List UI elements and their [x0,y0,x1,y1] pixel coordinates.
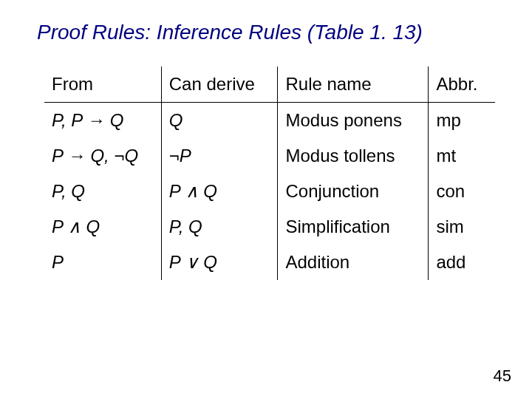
cell-name: Modus tollens [278,138,429,174]
col-header-derive: Can derive [161,66,278,103]
col-header-from: From [44,66,161,103]
cell-from: P [44,245,161,280]
cell-from: P → Q, ¬Q [44,138,161,174]
table-row: P → Q, ¬Q ¬P Modus tollens mt [44,138,495,174]
cell-derive: Q [161,103,278,139]
table-row: P ∧ Q P, Q Simplification sim [44,209,495,245]
slide-title: Proof Rules: Inference Rules (Table 1. 1… [37,21,502,44]
inference-rules-table: From Can derive Rule name Abbr. P, P → Q… [44,66,495,280]
cell-name: Simplification [278,209,429,245]
table-row: P, Q P ∧ Q Conjunction con [44,174,495,209]
cell-derive: P ∧ Q [161,174,278,209]
col-header-name: Rule name [278,66,429,103]
cell-derive: P ∨ Q [161,245,278,280]
col-header-abbr: Abbr. [429,66,495,103]
cell-derive: P, Q [161,209,278,245]
cell-name: Conjunction [278,174,429,209]
cell-from: P ∧ Q [44,209,161,245]
cell-from: P, P → Q [44,103,161,139]
cell-name: Addition [278,245,429,280]
cell-name: Modus ponens [278,103,429,139]
table-row: P P ∨ Q Addition add [44,245,495,280]
cell-abbr: add [429,245,495,280]
cell-derive: ¬P [161,138,278,174]
table-row: P, P → Q Q Modus ponens mp [44,103,495,139]
slide: Proof Rules: Inference Rules (Table 1. 1… [0,0,532,399]
cell-abbr: sim [429,209,495,245]
page-number: 45 [494,366,511,386]
table-header-row: From Can derive Rule name Abbr. [44,66,495,103]
cell-abbr: con [429,174,495,209]
cell-abbr: mp [429,103,495,139]
cell-from: P, Q [44,174,161,209]
cell-abbr: mt [429,138,495,174]
